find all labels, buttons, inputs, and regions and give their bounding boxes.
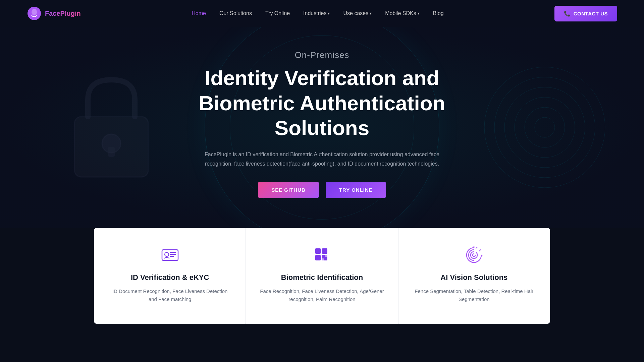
fingerprint-icon xyxy=(464,245,484,265)
card-biometric-desc: Face Recognition, Face Liveness Detectio… xyxy=(260,287,384,303)
hero-subtitle: On-Premises xyxy=(171,50,473,60)
cards-section: ID Verification & eKYC ID Document Recog… xyxy=(0,228,644,324)
hero-section: On-Premises Identity Verification and Bi… xyxy=(0,27,644,228)
try-online-button[interactable]: TRY ONLINE xyxy=(326,182,386,198)
svg-rect-17 xyxy=(322,248,327,254)
nav-item-blog[interactable]: Blog xyxy=(433,10,444,16)
hero-description: FacePlugin is an ID verification and Bio… xyxy=(205,150,439,168)
svg-point-9 xyxy=(525,107,565,147)
nav-item-industries[interactable]: Industries xyxy=(303,10,330,16)
svg-rect-18 xyxy=(315,255,321,260)
card-biometric-title: Biometric Identification xyxy=(281,273,363,282)
card-ai-desc: Fence Segmentation, Table Detection, Rea… xyxy=(412,287,536,303)
logo-icon xyxy=(27,6,42,21)
nav-links: Home Our Solutions Try Online Industries… xyxy=(192,10,443,16)
card-id-desc: ID Document Recognition, Face Liveness D… xyxy=(108,287,232,303)
logo[interactable]: FacePlugin xyxy=(27,6,81,21)
svg-rect-16 xyxy=(315,248,321,254)
svg-point-7 xyxy=(504,87,585,168)
hero-content: On-Premises Identity Verification and Bi… xyxy=(171,50,473,198)
navbar: FacePlugin Home Our Solutions Try Online… xyxy=(0,0,644,27)
hero-buttons: SEE GITHUB TRY ONLINE xyxy=(171,182,473,198)
hero-lock-decoration xyxy=(64,70,158,185)
nav-item-home[interactable]: Home xyxy=(192,10,206,16)
nav-item-try-online[interactable]: Try Online xyxy=(265,10,290,16)
card-ai-title: AI Vision Solutions xyxy=(440,273,507,282)
svg-point-10 xyxy=(535,117,555,137)
phone-icon: 📞 xyxy=(564,10,571,17)
id-card-icon xyxy=(160,245,180,265)
card-id-verification: ID Verification & eKYC ID Document Recog… xyxy=(94,228,246,324)
brand-name: FacePlugin xyxy=(45,10,81,17)
card-biometric: Biometric Identification Face Recognitio… xyxy=(246,228,398,324)
contact-button[interactable]: 📞 CONTACT US xyxy=(554,6,617,21)
hero-bg-pattern xyxy=(478,60,612,194)
svg-rect-11 xyxy=(162,250,178,260)
card-ai-vision: AI Vision Solutions Fence Segmentation, … xyxy=(398,228,550,324)
svg-point-1 xyxy=(32,9,37,15)
svg-rect-4 xyxy=(108,147,115,157)
nav-item-solutions[interactable]: Our Solutions xyxy=(219,10,252,16)
nav-item-use-cases[interactable]: Use cases xyxy=(343,10,372,16)
svg-point-6 xyxy=(494,77,595,178)
svg-point-8 xyxy=(515,97,575,158)
see-github-button[interactable]: SEE GITHUB xyxy=(258,182,319,198)
grid-icon xyxy=(312,245,332,265)
card-id-title: ID Verification & eKYC xyxy=(131,273,209,282)
hero-title: Identity Verification and Biometric Auth… xyxy=(171,66,473,140)
svg-point-5 xyxy=(484,67,605,188)
svg-point-12 xyxy=(165,252,169,256)
svg-rect-22 xyxy=(324,257,327,260)
nav-item-mobile-sdks[interactable]: Mobile SDKs xyxy=(385,10,419,16)
